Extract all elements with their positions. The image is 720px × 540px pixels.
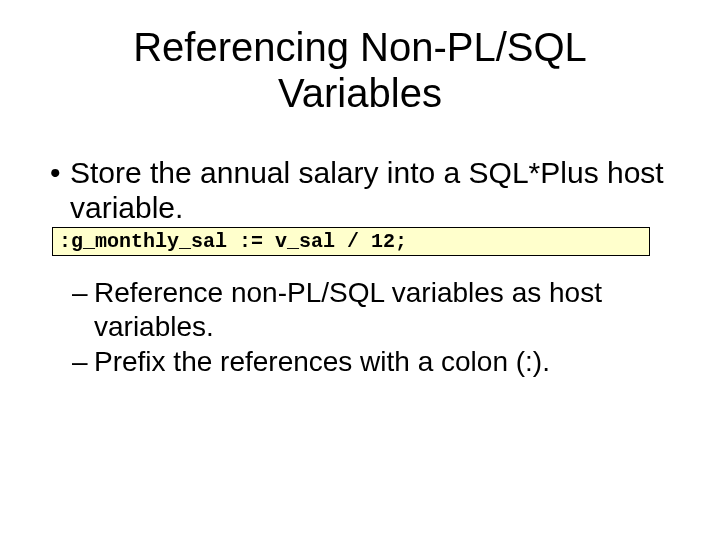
sub-bullet: – Reference non-PL/SQL variables as host… [72, 276, 670, 343]
sub-bullet-list: – Reference non-PL/SQL variables as host… [72, 276, 670, 379]
sub-bullet-text: Prefix the references with a colon (:). [94, 345, 670, 379]
dash-marker: – [72, 276, 94, 310]
main-bullet: • Store the annual salary into a SQL*Plu… [50, 156, 670, 225]
bullet-marker: • [50, 156, 70, 191]
bullet-text: Store the annual salary into a SQL*Plus … [70, 156, 670, 225]
slide: Referencing Non-PL/SQL Variables • Store… [0, 0, 720, 540]
sub-bullet-text: Reference non-PL/SQL variables as host v… [94, 276, 670, 343]
sub-bullet: – Prefix the references with a colon (:)… [72, 345, 670, 379]
code-box: :g_monthly_sal := v_sal / 12; [52, 227, 650, 256]
slide-title: Referencing Non-PL/SQL Variables [50, 20, 670, 116]
dash-marker: – [72, 345, 94, 379]
